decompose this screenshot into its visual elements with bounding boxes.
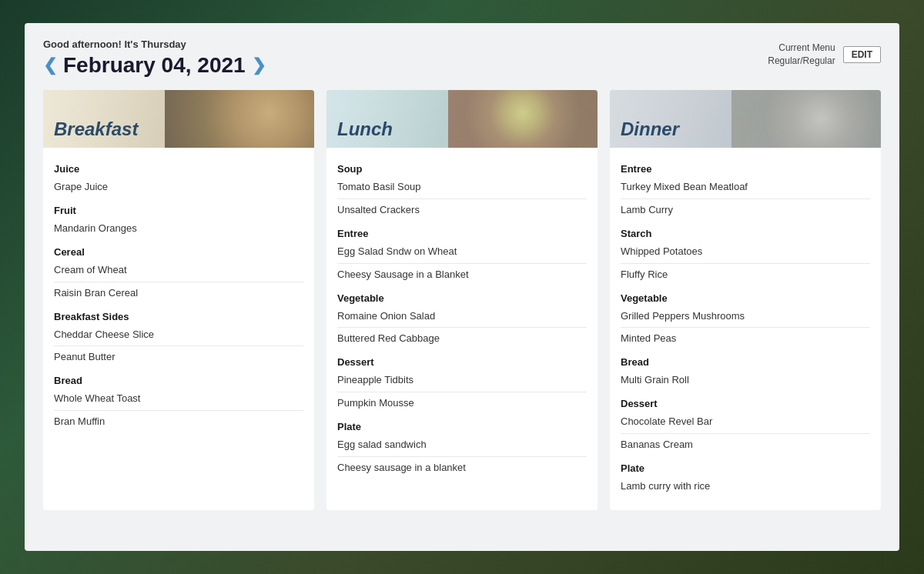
menu-item: Whole Wheat Toast: [54, 388, 303, 411]
date-nav: ❮ February 04, 2021 ❯: [43, 53, 266, 78]
menu-item: Egg Salad Sndw on Wheat: [337, 241, 587, 264]
section-label: Plate: [621, 462, 870, 474]
section-entree: EntreeTurkey Mixed Bean MeatloafLamb Cur…: [621, 163, 870, 222]
menu-item: Pumpkin Mousse: [337, 392, 587, 415]
menu-item: Lamb curry with rice: [621, 476, 870, 498]
section-cereal: CerealCream of WheatRaisin Bran Cereal: [54, 246, 303, 305]
section-entree: EntreeEgg Salad Sndw on WheatCheesy Saus…: [337, 228, 587, 286]
meal-card-breakfast: BreakfastJuiceGrape JuiceFruitMandarin O…: [43, 90, 314, 510]
section-juice: JuiceGrape Juice: [54, 163, 303, 199]
menu-item: Cheddar Cheese Slice: [54, 324, 303, 347]
section-label: Entree: [621, 163, 870, 175]
section-label: Vegetable: [337, 292, 587, 304]
section-starch: StarchWhipped PotatoesFluffy Rice: [621, 228, 870, 286]
greeting: Good afternoon! It's Thursday: [43, 38, 266, 50]
menu-item: Bran Muffin: [54, 411, 303, 433]
meal-title-lunch: Lunch: [337, 118, 393, 140]
meal-body-lunch: SoupTomato Basil SoupUnsalted CrackersEn…: [326, 148, 598, 492]
menu-item: Cream of Wheat: [54, 259, 303, 282]
menu-item: Egg salad sandwich: [337, 434, 587, 457]
menu-item: Raisin Bran Cereal: [54, 282, 303, 305]
section-label: Entree: [337, 228, 587, 239]
meal-card-lunch: LunchSoupTomato Basil SoupUnsalted Crack…: [326, 90, 598, 510]
meal-header-lunch: Lunch: [326, 90, 598, 148]
menu-item: Lamb Curry: [621, 199, 870, 222]
section-label: Dessert: [337, 356, 587, 368]
menu-item: Multi Grain Roll: [621, 369, 870, 392]
section-label: Vegetable: [621, 292, 870, 304]
section-label: Bread: [621, 356, 870, 368]
header-left: Good afternoon! It's Thursday ❮ February…: [43, 38, 266, 78]
section-label: Plate: [337, 421, 587, 432]
menu-item: Fluffy Rice: [621, 264, 870, 286]
header-right: Current Menu Regular/Regular EDIT: [768, 42, 881, 68]
menu-item: Mandarin Oranges: [54, 218, 303, 240]
meal-header-breakfast: Breakfast: [43, 90, 314, 148]
section-plate: PlateLamb curry with rice: [621, 462, 870, 498]
current-date: February 04, 2021: [63, 53, 246, 78]
section-breakfast-sides: Breakfast SidesCheddar Cheese SlicePeanu…: [54, 311, 303, 369]
section-soup: SoupTomato Basil SoupUnsalted Crackers: [337, 163, 587, 222]
section-label: Cereal: [54, 246, 303, 258]
section-fruit: FruitMandarin Oranges: [54, 205, 303, 240]
main-container: Good afternoon! It's Thursday ❮ February…: [25, 23, 899, 551]
menu-item: Grape Juice: [54, 176, 303, 199]
meal-body-breakfast: JuiceGrape JuiceFruitMandarin OrangesCer…: [43, 148, 314, 446]
menu-item: Turkey Mixed Bean Meatloaf: [621, 176, 870, 199]
section-dessert: DessertPineapple TidbitsPumpkin Mousse: [337, 356, 587, 415]
meal-columns: BreakfastJuiceGrape JuiceFruitMandarin O…: [43, 90, 881, 510]
section-label: Starch: [621, 228, 870, 239]
section-bread: BreadMulti Grain Roll: [621, 356, 870, 392]
header: Good afternoon! It's Thursday ❮ February…: [43, 38, 881, 78]
menu-item: Peanut Butter: [54, 346, 303, 369]
section-bread: BreadWhole Wheat ToastBran Muffin: [54, 375, 303, 433]
menu-item: Pineapple Tidbits: [337, 369, 587, 392]
menu-item: Romaine Onion Salad: [337, 305, 587, 329]
section-label: Fruit: [54, 205, 303, 216]
section-vegetable: VegetableGrilled Peppers MushroomsMinted…: [621, 292, 870, 351]
menu-label: Current Menu Regular/Regular: [768, 42, 835, 68]
section-label: Dessert: [621, 398, 870, 409]
section-label: Bread: [54, 375, 303, 386]
menu-item: Whipped Potatoes: [621, 241, 870, 264]
menu-item: Unsalted Crackers: [337, 199, 587, 222]
meal-header-dinner: Dinner: [610, 90, 881, 148]
section-label: Soup: [337, 163, 587, 175]
meal-title-dinner: Dinner: [621, 118, 679, 140]
meal-card-dinner: DinnerEntreeTurkey Mixed Bean MeatloafLa…: [610, 90, 881, 510]
menu-item: Minted Peas: [621, 328, 870, 350]
section-dessert: DessertChocolate Revel BarBananas Cream: [621, 398, 870, 456]
menu-item: Cheesy sausage in a blanket: [337, 457, 587, 479]
menu-item: Tomato Basil Soup: [337, 176, 587, 199]
meal-title-breakfast: Breakfast: [54, 118, 138, 140]
meal-body-dinner: EntreeTurkey Mixed Bean MeatloafLamb Cur…: [610, 148, 881, 510]
section-vegetable: VegetableRomaine Onion SaladButtered Red…: [337, 292, 587, 351]
menu-item: Chocolate Revel Bar: [621, 411, 870, 434]
menu-item: Cheesy Sausage in a Blanket: [337, 264, 587, 286]
menu-item: Grilled Peppers Mushrooms: [621, 305, 870, 329]
prev-date-button[interactable]: ❮: [43, 55, 57, 75]
menu-item: Bananas Cream: [621, 434, 870, 456]
menu-item: Buttered Red Cabbage: [337, 328, 587, 350]
section-label: Juice: [54, 163, 303, 175]
section-label: Breakfast Sides: [54, 311, 303, 322]
section-plate: PlateEgg salad sandwichCheesy sausage in…: [337, 421, 587, 479]
next-date-button[interactable]: ❯: [252, 55, 266, 75]
edit-button[interactable]: EDIT: [843, 46, 881, 63]
